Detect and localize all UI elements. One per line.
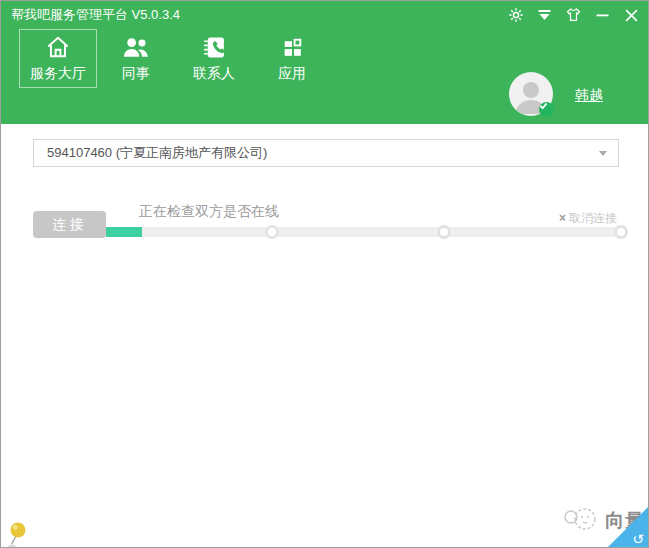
home-icon	[44, 34, 72, 60]
avatar[interactable]	[509, 72, 553, 116]
connection-progress-track	[106, 227, 626, 237]
username-link[interactable]: 韩越	[575, 87, 603, 105]
tab-label: 联系人	[193, 65, 235, 83]
watermark-logo-icon	[561, 504, 601, 538]
connection-status-text: 正在检查双方是否在线	[139, 203, 279, 221]
window-title: 帮我吧服务管理平台 V5.0.3.4	[11, 1, 180, 29]
tab-apps[interactable]: 应用	[253, 29, 331, 88]
apps-icon	[280, 34, 305, 60]
tab-label: 同事	[122, 65, 150, 83]
chevron-down-icon	[599, 151, 607, 156]
account-select[interactable]: 594107460 (宁夏正南房地产有限公司)	[33, 139, 619, 167]
skin-shirt-icon[interactable]	[565, 7, 582, 24]
settings-gear-icon[interactable]	[507, 7, 524, 24]
contacts-icon	[201, 34, 227, 60]
titlebar-controls	[507, 1, 640, 29]
progress-milestone	[614, 225, 628, 239]
tab-label: 应用	[278, 65, 306, 83]
rotate-arrow-icon: ↺	[632, 532, 644, 546]
corner-rotate-badge[interactable]: ↺	[608, 507, 648, 547]
tab-label: 服务大厅	[30, 65, 86, 83]
progress-milestone	[265, 225, 279, 239]
titlebar: 帮我吧服务管理平台 V5.0.3.4	[1, 1, 648, 29]
minimize-icon[interactable]	[594, 7, 611, 24]
colleagues-icon	[121, 34, 151, 60]
tray-dropdown-icon[interactable]	[536, 7, 553, 24]
pushpin-icon	[6, 521, 30, 548]
account-select-value: 594107460 (宁夏正南房地产有限公司)	[47, 140, 267, 166]
close-icon[interactable]	[623, 7, 640, 24]
cancel-x-icon: ×	[559, 211, 566, 225]
tab-contacts[interactable]: 联系人	[175, 29, 253, 88]
online-check-badge	[539, 102, 554, 117]
app-window: 帮我吧服务管理平台 V5.0.3.4	[0, 0, 649, 548]
progress-fill	[106, 227, 142, 237]
connect-button[interactable]: 连接	[33, 211, 106, 238]
tab-service-hall[interactable]: 服务大厅	[19, 29, 97, 88]
main-tabs: 服务大厅 同事 联系人	[19, 29, 331, 88]
tab-colleagues[interactable]: 同事	[97, 29, 175, 88]
progress-milestone	[437, 225, 451, 239]
cancel-connection-link[interactable]: ×取消连接	[559, 210, 617, 227]
cancel-label: 取消连接	[569, 211, 617, 225]
